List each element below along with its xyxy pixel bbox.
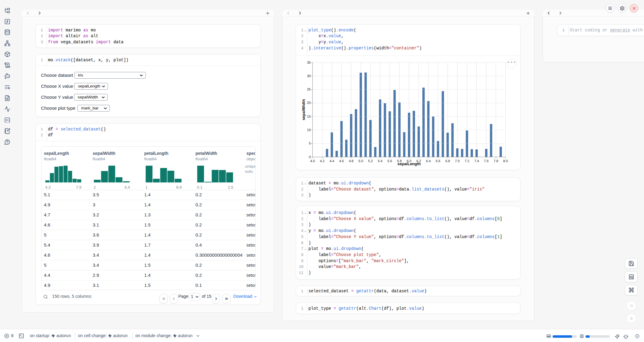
svg-text:4.2: 4.2 [320, 159, 324, 163]
svg-text:0: 0 [309, 155, 311, 159]
svg-text:20: 20 [307, 101, 311, 105]
svg-text:7.4: 7.4 [474, 159, 479, 163]
svg-text:5.6: 5.6 [388, 159, 392, 163]
svg-text:6.8: 6.8 [445, 159, 450, 163]
svg-text:4.0: 4.0 [310, 159, 315, 163]
svg-text:7.8: 7.8 [494, 159, 498, 163]
svg-text:sepalWidth: sepalWidth [301, 99, 306, 120]
svg-text:4.4: 4.4 [330, 159, 334, 163]
svg-text:7.2: 7.2 [465, 159, 469, 163]
svg-text:5.2: 5.2 [368, 159, 373, 163]
svg-text:35: 35 [307, 61, 311, 64]
svg-text:sepalLength: sepalLength [397, 162, 421, 166]
svg-text:5.4: 5.4 [378, 159, 382, 163]
svg-text:15: 15 [307, 115, 311, 118]
svg-text:30: 30 [307, 74, 311, 78]
svg-text:8.0: 8.0 [503, 159, 508, 163]
svg-text:6.6: 6.6 [436, 159, 440, 163]
svg-text:6.4: 6.4 [426, 159, 431, 163]
svg-text:4.6: 4.6 [339, 159, 344, 163]
svg-text:4.8: 4.8 [349, 159, 353, 163]
svg-text:7.0: 7.0 [455, 159, 460, 163]
svg-text:10: 10 [307, 128, 311, 132]
svg-text:25: 25 [307, 87, 311, 91]
svg-text:7.6: 7.6 [484, 159, 488, 163]
svg-text:5.0: 5.0 [359, 159, 363, 163]
svg-text:5: 5 [309, 141, 311, 145]
